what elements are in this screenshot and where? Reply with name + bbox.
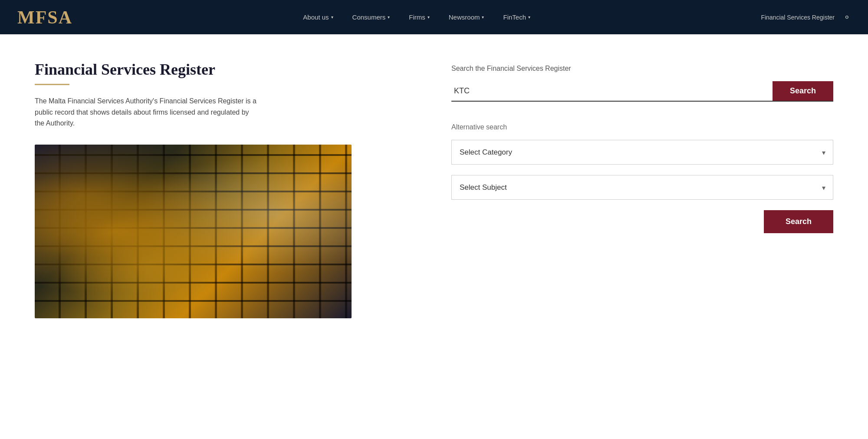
nav-item-about-us[interactable]: About us ▾ [293, 0, 342, 34]
chevron-down-icon: ▾ [528, 15, 530, 20]
left-column: Financial Services Register The Malta Fi… [35, 60, 417, 318]
subject-select[interactable]: Select Subject [451, 175, 833, 200]
site-logo[interactable]: MFSA [17, 7, 72, 28]
chevron-down-icon: ▾ [427, 15, 430, 20]
page-title: Financial Services Register [35, 60, 417, 79]
navbar: MFSA About us ▾ Consumers ▾ Firms ▾ News… [0, 0, 868, 34]
nav-menu: About us ▾ Consumers ▾ Firms ▾ Newsroom … [72, 0, 761, 34]
search-input[interactable] [451, 81, 773, 101]
content-grid: Financial Services Register The Malta Fi… [35, 60, 833, 318]
search-section: Search the Financial Services Register S… [451, 65, 833, 102]
page-description: The Malta Financial Services Authority's… [35, 96, 260, 129]
search-button[interactable]: Search [773, 81, 833, 101]
search-section-label: Search the Financial Services Register [451, 65, 833, 73]
navbar-right: Financial Services Register ⚬ [761, 12, 851, 23]
nav-label-newsroom: Newsroom [449, 13, 480, 21]
nav-item-newsroom[interactable]: Newsroom ▾ [439, 0, 494, 34]
alt-search-button[interactable]: Search [764, 210, 833, 233]
right-column: Search the Financial Services Register S… [451, 60, 833, 318]
nav-item-firms[interactable]: Firms ▾ [399, 0, 439, 34]
subject-select-wrapper: Select Subject ▾ [451, 175, 833, 200]
nav-label-firms: Firms [409, 13, 425, 21]
title-underline [35, 84, 69, 85]
nav-label-fintech: FinTech [503, 13, 526, 21]
category-select[interactable]: Select Category [451, 140, 833, 165]
search-bar: Search [451, 81, 833, 102]
nav-label-about-us: About us [303, 13, 329, 21]
main-content: Financial Services Register The Malta Fi… [0, 34, 868, 439]
category-select-wrapper: Select Category ▾ [451, 140, 833, 165]
nav-item-fintech[interactable]: FinTech ▾ [493, 0, 540, 34]
chevron-down-icon: ▾ [388, 15, 390, 20]
alt-search-label: Alternative search [451, 123, 833, 131]
nav-item-consumers[interactable]: Consumers ▾ [343, 0, 400, 34]
nav-label-consumers: Consumers [352, 13, 386, 21]
building-image [35, 145, 352, 318]
chevron-down-icon: ▾ [482, 15, 484, 20]
chevron-down-icon: ▾ [331, 15, 333, 20]
search-icon[interactable]: ⚬ [843, 12, 851, 23]
alt-search-btn-row: Search [451, 210, 833, 233]
alt-search-section: Alternative search Select Category ▾ Sel… [451, 123, 833, 233]
financial-register-link[interactable]: Financial Services Register [761, 14, 835, 21]
